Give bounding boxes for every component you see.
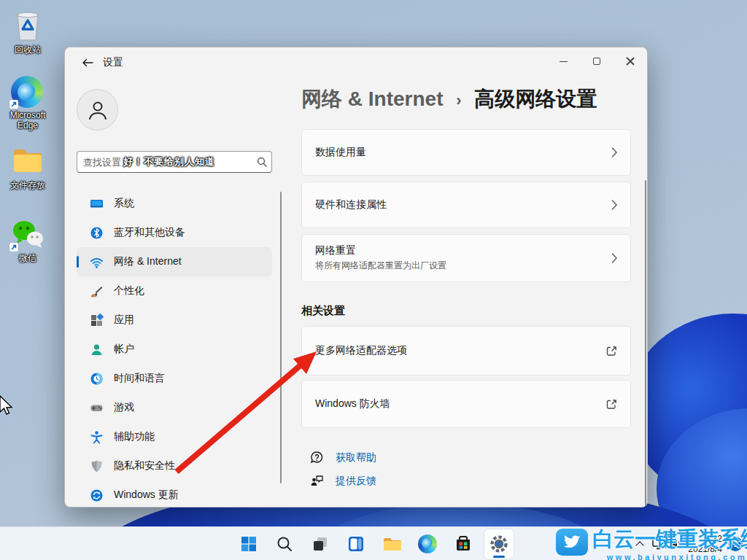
card-more-network-adapter-options[interactable]: 更多网络适配器选项 — [301, 326, 631, 376]
card-subtitle: 将所有网络适配器重置为出厂设置 — [315, 260, 611, 272]
window-title: 设置 — [103, 56, 123, 69]
settings-gear-icon — [489, 534, 508, 553]
user-avatar[interactable] — [77, 89, 118, 131]
microsoft-store-button[interactable] — [449, 529, 478, 559]
settings-sidebar: 系统 蓝牙和其他设备 网络 & Internet — [77, 189, 272, 508]
task-view-button[interactable] — [306, 529, 335, 559]
card-network-reset[interactable]: 网络重置 将所有网络适配器重置为出厂设置 — [301, 234, 631, 282]
system-icon — [90, 197, 104, 211]
content-scrollbar[interactable] — [645, 180, 646, 506]
photo-caption: 好！不要给别人知道 — [123, 155, 216, 168]
sidebar-item-personalization[interactable]: 个性化 — [77, 276, 272, 306]
page-title: 高级网络设置 — [474, 88, 597, 110]
file-explorer-button[interactable] — [377, 529, 406, 559]
give-feedback-label: 提供反馈 — [336, 475, 376, 488]
desktop-icon-microsoft-edge[interactable]: Microsoft Edge — [1, 76, 54, 131]
settings-button-active[interactable] — [484, 529, 514, 559]
sidebar-item-time-language[interactable]: 时间和语言 — [77, 364, 272, 393]
get-help-label: 获取帮助 — [336, 451, 376, 464]
store-icon — [454, 535, 472, 553]
close-icon — [626, 57, 635, 66]
desktop-icon-file-folder[interactable]: 文件存放 — [1, 146, 54, 190]
wifi-icon — [90, 255, 104, 269]
sidebar-item-label: 蓝牙和其他设备 — [114, 226, 185, 239]
back-button[interactable] — [75, 53, 100, 72]
person-icon — [87, 99, 109, 121]
edge-icon — [418, 534, 437, 553]
sidebar-item-label: 系统 — [114, 197, 134, 210]
gamepad-icon — [90, 401, 104, 415]
sidebar-item-label: 个性化 — [114, 284, 144, 298]
chevron-right-icon — [611, 253, 617, 263]
clock-globe-icon — [90, 372, 104, 386]
section-header-related-settings: 相关设置 — [301, 304, 345, 318]
update-sync-icon — [90, 489, 104, 502]
desktop-icon-wechat[interactable]: 微信 — [1, 219, 54, 263]
sidebar-item-label: 帐户 — [114, 343, 134, 356]
edge-button[interactable] — [413, 529, 442, 559]
card-title: 网络重置 — [315, 244, 611, 257]
desktop-icon-label: 微信 — [1, 253, 54, 263]
desktop-icon-label: 文件存放 — [1, 180, 54, 190]
desktop-screen: 回收站 Microsoft Edge 文件存放 — [0, 0, 747, 560]
sidebar-item-label: 应用 — [114, 314, 134, 327]
feedback-icon — [310, 474, 324, 488]
sidebar-item-windows-update[interactable]: Windows 更新 — [77, 481, 272, 508]
settings-window: 设置 好！不要给别人知道 — [64, 47, 648, 508]
titlebar[interactable]: 设置 — [65, 47, 647, 77]
breadcrumb-parent[interactable]: 网络 & Internet — [301, 88, 443, 110]
mouse-cursor — [0, 394, 13, 416]
watermark-title: 白云一键重装系统 — [592, 525, 747, 554]
edge-icon — [11, 76, 44, 108]
desktop-icon-label: 回收站 — [1, 44, 54, 55]
desktop-icon-recycle-bin[interactable]: 回收站 — [1, 10, 54, 55]
start-button[interactable] — [234, 529, 263, 559]
sidebar-item-apps[interactable]: 应用 — [77, 306, 272, 335]
chevron-right-icon — [611, 200, 617, 210]
breadcrumb-separator-icon: › — [456, 91, 461, 109]
sidebar-item-bluetooth-devices[interactable]: 蓝牙和其他设备 — [77, 218, 272, 247]
minimize-button[interactable] — [546, 47, 580, 75]
sidebar-item-accessibility[interactable]: 辅助功能 — [77, 422, 272, 451]
sidebar-item-label: Windows 更新 — [114, 489, 179, 502]
external-link-icon — [606, 399, 617, 410]
back-arrow-icon — [82, 58, 93, 67]
card-hardware-connection-properties[interactable]: 硬件和连接属性 — [301, 182, 631, 228]
card-windows-firewall[interactable]: Windows 防火墙 — [301, 380, 631, 428]
bluetooth-icon — [90, 226, 104, 240]
maximize-icon — [593, 58, 600, 65]
get-help-link[interactable]: 获取帮助 — [310, 451, 376, 464]
windows-logo-icon — [240, 535, 258, 553]
sidebar-item-network-internet[interactable]: 网络 & Internet — [77, 247, 272, 276]
close-button[interactable] — [614, 47, 647, 75]
wechat-icon — [11, 219, 44, 251]
sidebar-item-privacy-security[interactable]: 隐私和安全性 — [77, 451, 272, 481]
paintbrush-icon — [90, 284, 104, 298]
taskbar-search-button[interactable] — [270, 529, 299, 559]
folder-icon — [11, 146, 44, 178]
sidebar-item-system[interactable]: 系统 — [77, 189, 272, 218]
search-icon — [276, 535, 293, 553]
card-data-usage[interactable]: 数据使用量 — [301, 129, 631, 176]
card-title: 硬件和连接属性 — [315, 198, 611, 211]
external-link-icon — [606, 346, 617, 357]
accessibility-person-icon — [90, 430, 104, 444]
sidebar-item-label: 时间和语言 — [114, 372, 165, 385]
sidebar-item-gaming[interactable]: 游戏 — [77, 393, 272, 422]
desktop-icon-label: Microsoft Edge — [1, 110, 54, 131]
task-view-icon — [311, 535, 329, 553]
maximize-button[interactable] — [580, 47, 614, 75]
widgets-icon — [347, 535, 365, 553]
watermark-url: www.baiyunxitong.com — [607, 553, 747, 560]
apps-icon — [90, 314, 104, 327]
widgets-button[interactable] — [341, 529, 371, 559]
card-title: 更多网络适配器选项 — [315, 344, 606, 357]
sidebar-item-accounts[interactable]: 帐户 — [77, 335, 272, 364]
sidebar-scrollbar[interactable] — [280, 192, 282, 483]
watermark: 白云一键重装系统 www.baiyunxitong.com — [556, 525, 747, 560]
shortcut-arrow-icon — [9, 243, 18, 252]
sidebar-item-label: 游戏 — [114, 401, 134, 414]
give-feedback-link[interactable]: 提供反馈 — [310, 474, 376, 488]
minimize-icon — [560, 61, 568, 62]
shield-icon — [90, 459, 104, 473]
